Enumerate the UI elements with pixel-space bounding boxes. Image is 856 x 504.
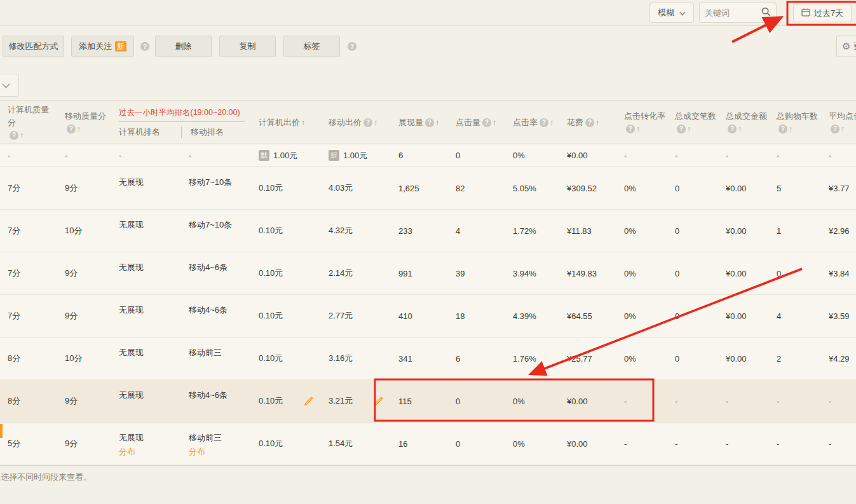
sort-arrow-icon[interactable]: ↑ — [374, 116, 377, 129]
date-range-label: 过去7天 — [814, 8, 843, 19]
help-icon[interactable]: ? — [540, 118, 548, 127]
sort-arrow-icon[interactable]: ↑ — [636, 123, 640, 135]
header-cost[interactable]: 花费?↑ — [559, 101, 616, 144]
cell-clicks: 0 — [448, 380, 505, 422]
mobile-quality-value: 9分 — [65, 268, 78, 279]
help-icon[interactable]: ? — [67, 125, 76, 133]
edit-pencil-icon[interactable] — [374, 397, 383, 405]
mobile-bid-value: 4.03元 — [329, 182, 353, 194]
modify-match-button[interactable]: 修改匹配方式 — [3, 36, 64, 57]
keyword-search-input[interactable] — [705, 8, 761, 18]
cell-ctr: 0% — [505, 423, 559, 465]
avg-click-cost-value: ¥3.77 — [829, 184, 850, 193]
distribution-link[interactable]: 分布 — [119, 445, 135, 459]
help-icon[interactable]: ? — [482, 118, 491, 127]
pc-rank-value: 无展现 — [119, 388, 144, 402]
avg-click-cost-value: ¥3.59 — [829, 311, 850, 321]
header-mobile-bid[interactable]: 移动出价?↑ — [321, 101, 391, 144]
clicks-value: 0 — [456, 151, 460, 160]
table-row: 8分9分无展现移动4~6条0.10元3.21元11500%¥0.00----- — [0, 380, 856, 423]
header-impressions[interactable]: 展现量?↑ — [391, 101, 448, 144]
sort-arrow-icon[interactable]: ↑ — [595, 116, 599, 129]
fuzzy-match-dropdown[interactable]: 模糊 — [649, 3, 694, 23]
sort-arrow-icon[interactable]: ↑ — [738, 123, 742, 135]
header-pc-rank[interactable]: 计算机排名 — [119, 126, 181, 138]
orders-value: 0 — [675, 354, 679, 364]
help-icon[interactable]: ? — [585, 118, 594, 127]
pc-quality-value: 8分 — [8, 353, 20, 364]
impressions-value: 16 — [398, 439, 407, 449]
cell-mobile-rank: 移动前三分布 — [181, 423, 251, 465]
header-revenue[interactable]: 总成交金额?↑ — [718, 101, 769, 144]
header-pc-quality[interactable]: 计算机质量分?↑ — [0, 101, 57, 144]
cell-pc-quality: 7分 — [0, 295, 57, 337]
collapse-panel-button[interactable] — [0, 74, 19, 97]
header-avg-click-cost[interactable]: 平均点击费?↑ — [821, 101, 856, 144]
carts-value: - — [777, 397, 779, 406]
sort-arrow-icon[interactable]: ↑ — [435, 116, 439, 129]
carts-value: 4 — [777, 311, 781, 321]
header-pc-bid[interactable]: 计算机出价↑ — [251, 101, 321, 144]
date-range-button[interactable]: 过去7天 — [793, 4, 852, 22]
orders-value: 0 — [675, 184, 679, 193]
search-icon[interactable] — [761, 7, 771, 19]
table-row: ----默1.00元折1.00元600%¥0.00----- — [0, 144, 856, 167]
pc-rank-value: - — [119, 149, 121, 163]
help-icon[interactable]: ? — [778, 125, 787, 133]
header-clicks[interactable]: 点击量?↑ — [448, 101, 505, 144]
ctr-value: 0% — [513, 397, 525, 406]
cell-pc-rank: 无展现 — [111, 295, 181, 337]
edit-pencil-icon[interactable] — [304, 397, 313, 405]
cost-value: ¥25.77 — [567, 354, 592, 364]
sort-arrow-icon[interactable]: ↑ — [20, 129, 24, 142]
ctr-value: 0% — [513, 151, 525, 160]
help-icon[interactable]: ? — [348, 42, 357, 51]
impressions-value: 991 — [398, 269, 412, 278]
header-ctr[interactable]: 点击率?↑ — [505, 101, 559, 144]
cell-orders: 0 — [667, 337, 718, 379]
header-rank-group: 过去一小时平均排名(19:00~20:00) 计算机排名 移动排名 — [111, 101, 251, 144]
help-icon[interactable]: ? — [140, 42, 149, 51]
help-icon[interactable]: ? — [677, 125, 686, 133]
cell-pc-rank: 无展现 — [111, 337, 181, 379]
sort-arrow-icon[interactable]: ↑ — [789, 123, 792, 135]
sort-arrow-icon[interactable]: ↑ — [687, 123, 691, 135]
cell-pc-bid: 默1.00元 — [251, 144, 321, 167]
sort-arrow-icon[interactable]: ↑ — [77, 123, 81, 135]
keyword-search-box[interactable] — [699, 3, 777, 23]
header-mobile-quality[interactable]: 移动质量分?↑ — [57, 101, 111, 144]
orders-value: - — [675, 397, 677, 406]
sort-arrow-icon[interactable]: ↑ — [841, 123, 845, 135]
cell-cvr: 0% — [616, 295, 667, 337]
help-icon[interactable]: ? — [425, 118, 434, 127]
help-icon[interactable]: ? — [363, 118, 372, 127]
mobile-quality-value: 10分 — [65, 225, 82, 236]
help-icon[interactable]: ? — [831, 125, 839, 133]
help-icon[interactable]: ? — [626, 125, 635, 133]
avg-click-cost-value: ¥4.29 — [829, 354, 850, 364]
help-icon[interactable]: ? — [10, 131, 18, 140]
cvr-value: 0% — [624, 269, 636, 278]
more-settings-button[interactable]: ⚙ 更 — [836, 36, 856, 57]
header-orders[interactable]: 总成交笔数?↑ — [667, 101, 718, 144]
delete-button[interactable]: 删除 — [155, 36, 212, 57]
cell-mobile-quality: 10分 — [57, 210, 111, 252]
tag-button[interactable]: 标签 — [283, 36, 340, 57]
header-carts[interactable]: 总购物车数?↑ — [769, 101, 821, 144]
add-watch-button[interactable]: 添加关注 新 — [71, 36, 134, 57]
revenue-value: - — [726, 439, 728, 449]
cell-cost: ¥11.83 — [559, 210, 616, 252]
distribution-link[interactable]: 分布 — [189, 445, 205, 459]
help-icon[interactable]: ? — [728, 125, 737, 133]
header-cvr[interactable]: 点击转化率?↑ — [616, 101, 667, 144]
pc-quality-value: - — [8, 151, 10, 160]
sort-arrow-icon[interactable]: ↑ — [493, 116, 496, 129]
sort-arrow-icon[interactable]: ↑ — [550, 116, 554, 129]
cell-pc-rank: 无展现 — [111, 380, 181, 422]
copy-button[interactable]: 复制 — [219, 36, 276, 57]
sort-arrow-icon[interactable]: ↑ — [301, 116, 305, 129]
topbar: 模糊 过去7天 — [0, 0, 856, 26]
ctr-value: 5.05% — [513, 184, 536, 193]
header-mobile-rank[interactable]: 移动排名 — [181, 126, 251, 138]
pc-bid-value: 0.10元 — [259, 268, 283, 279]
